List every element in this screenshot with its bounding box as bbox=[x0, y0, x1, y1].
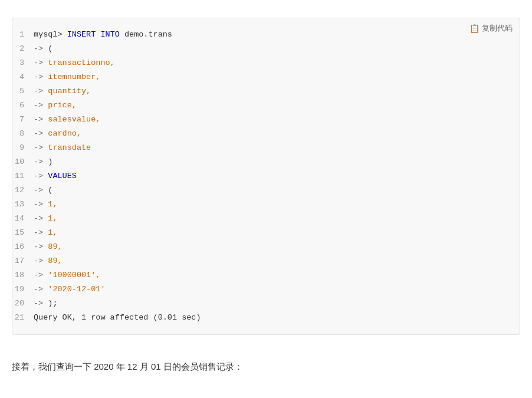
code-segment: ); bbox=[48, 299, 57, 308]
code-segment: -> bbox=[34, 129, 48, 138]
line-number: 13 bbox=[12, 198, 34, 211]
code-segment: transdate bbox=[48, 143, 91, 152]
code-line: 15-> 1, bbox=[12, 226, 520, 240]
line-number: 18 bbox=[12, 269, 34, 282]
line-content: -> 1, bbox=[34, 226, 510, 239]
code-segment: '2020-12-01' bbox=[48, 285, 105, 294]
code-line: 17-> 89, bbox=[12, 254, 520, 268]
line-number: 4 bbox=[12, 71, 34, 84]
line-number: 14 bbox=[12, 212, 34, 225]
code-line: 8-> cardno, bbox=[12, 127, 520, 141]
code-segment: -> bbox=[34, 271, 48, 279]
code-line: 21Query OK, 1 row affected (0.01 sec) bbox=[12, 311, 520, 325]
line-content: -> ( bbox=[34, 184, 510, 197]
line-number: 21 bbox=[12, 311, 34, 324]
code-segment: -> bbox=[34, 115, 48, 124]
code-segment: demo.trans bbox=[120, 30, 172, 39]
code-segment: quantity, bbox=[48, 87, 91, 96]
code-segment: -> bbox=[34, 242, 48, 251]
code-line: 2-> ( bbox=[12, 42, 520, 56]
line-number: 10 bbox=[12, 156, 34, 169]
code-segment: price, bbox=[48, 101, 77, 110]
prose-text: 接着，我们查询一下 2020 年 12 月 01 日的会员销售记录： bbox=[0, 347, 532, 380]
code-segment: VALUES bbox=[48, 172, 77, 180]
code-segment: salesvalue, bbox=[48, 115, 100, 124]
line-content: -> 89, bbox=[34, 241, 510, 254]
code-segment: transactionno, bbox=[48, 58, 114, 67]
code-line: 16-> 89, bbox=[12, 240, 520, 254]
code-line: 11-> VALUES bbox=[12, 169, 520, 183]
line-number: 3 bbox=[12, 57, 34, 70]
code-block-wrapper: 📋 复制代码 1mysql> INSERT INTO demo.trans2->… bbox=[12, 18, 520, 335]
code-block: 1mysql> INSERT INTO demo.trans2-> (3-> t… bbox=[12, 18, 520, 334]
code-line: 13-> 1, bbox=[12, 198, 520, 212]
line-content: -> price, bbox=[34, 99, 510, 112]
code-line: 14-> 1, bbox=[12, 212, 520, 226]
code-segment: cardno, bbox=[48, 129, 81, 138]
line-number: 1 bbox=[12, 28, 34, 41]
code-segment: 1, bbox=[48, 214, 57, 223]
line-number: 8 bbox=[12, 127, 34, 140]
line-number: 5 bbox=[12, 85, 34, 98]
code-segment: -> bbox=[34, 214, 48, 223]
code-line: 6-> price, bbox=[12, 98, 520, 113]
line-content: -> '10000001', bbox=[34, 269, 510, 282]
line-content: -> 1, bbox=[34, 212, 510, 225]
code-segment: -> bbox=[34, 157, 48, 166]
code-segment: -> bbox=[34, 58, 48, 67]
line-content: -> transactionno, bbox=[34, 57, 510, 70]
line-number: 11 bbox=[12, 170, 34, 183]
code-line: 5-> quantity, bbox=[12, 84, 520, 98]
code-segment: itemnumber, bbox=[48, 73, 100, 81]
line-number: 15 bbox=[12, 226, 34, 239]
code-segment: -> bbox=[34, 228, 48, 237]
line-content: -> ); bbox=[34, 297, 510, 310]
line-content: -> salesvalue, bbox=[34, 113, 510, 126]
line-number: 17 bbox=[12, 255, 34, 268]
page-container: 📋 复制代码 1mysql> INSERT INTO demo.trans2->… bbox=[0, 0, 532, 392]
code-line: 20-> ); bbox=[12, 297, 520, 311]
code-segment: -> bbox=[34, 87, 48, 96]
line-content: mysql> INSERT INTO demo.trans bbox=[34, 28, 510, 41]
code-segment: Query OK, 1 row affected (0.01 sec) bbox=[34, 313, 201, 322]
prose-content: 接着，我们查询一下 2020 年 12 月 01 日的会员销售记录： bbox=[12, 361, 243, 371]
line-number: 16 bbox=[12, 241, 34, 254]
code-line: 3-> transactionno, bbox=[12, 56, 520, 70]
copy-button[interactable]: 📋 复制代码 bbox=[469, 23, 513, 34]
line-content: -> '2020-12-01' bbox=[34, 283, 510, 296]
line-number: 19 bbox=[12, 283, 34, 296]
code-line: 19-> '2020-12-01' bbox=[12, 282, 520, 297]
code-segment: -> bbox=[34, 172, 48, 180]
code-segment: 1, bbox=[48, 200, 57, 209]
line-content: -> itemnumber, bbox=[34, 71, 510, 84]
line-content: -> transdate bbox=[34, 142, 510, 154]
code-segment: -> bbox=[34, 186, 48, 195]
line-content: -> cardno, bbox=[34, 127, 510, 140]
line-number: 20 bbox=[12, 297, 34, 310]
code-segment: -> bbox=[34, 44, 48, 53]
copy-label: 复制代码 bbox=[482, 23, 513, 34]
code-line: 1mysql> INSERT INTO demo.trans bbox=[12, 28, 520, 42]
code-line: 7-> salesvalue, bbox=[12, 113, 520, 127]
code-segment: -> bbox=[34, 200, 48, 209]
line-content: Query OK, 1 row affected (0.01 sec) bbox=[34, 311, 510, 324]
code-line: 9-> transdate bbox=[12, 141, 520, 155]
line-number: 9 bbox=[12, 142, 34, 154]
line-number: 6 bbox=[12, 99, 34, 112]
code-line: 4-> itemnumber, bbox=[12, 70, 520, 84]
code-segment: ( bbox=[48, 44, 52, 53]
code-segment: -> bbox=[34, 73, 48, 81]
code-segment: -> bbox=[34, 299, 48, 308]
code-segment: 89, bbox=[48, 256, 62, 265]
line-content: -> ( bbox=[34, 42, 510, 55]
code-line: 12-> ( bbox=[12, 183, 520, 198]
code-line: 18-> '10000001', bbox=[12, 268, 520, 282]
line-number: 2 bbox=[12, 42, 34, 55]
code-segment: -> bbox=[34, 143, 48, 152]
code-segment: 89, bbox=[48, 242, 62, 251]
line-content: -> quantity, bbox=[34, 85, 510, 98]
code-segment: -> bbox=[34, 285, 48, 294]
line-content: -> 1, bbox=[34, 198, 510, 211]
code-segment: -> bbox=[34, 256, 48, 265]
code-segment: mysql> bbox=[34, 30, 67, 39]
